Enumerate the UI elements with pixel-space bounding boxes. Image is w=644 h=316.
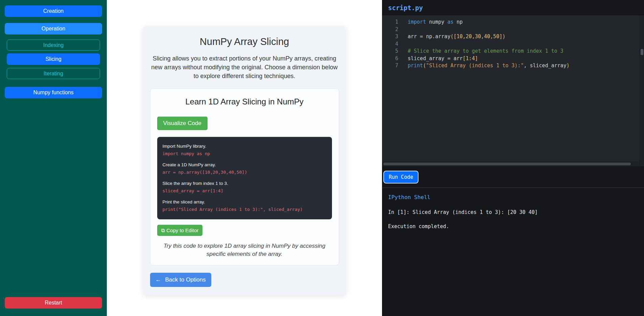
code-token: import xyxy=(408,19,426,25)
sidebar: CreationOperationIndexingSlicingIteratin… xyxy=(0,0,107,316)
code-token: print xyxy=(408,63,423,69)
code-token: [1:4] xyxy=(463,55,478,62)
copy-to-editor-button[interactable]: ⧉Copy to Editor xyxy=(157,225,203,236)
line-number: 1 xyxy=(382,19,398,26)
run-code-row: Run Code xyxy=(382,166,644,188)
line-number: 5 xyxy=(382,48,398,55)
shell-title: IPython Shell xyxy=(388,194,638,200)
shell-line: Execution completed. xyxy=(388,223,638,229)
code-token: arr = np.array xyxy=(408,33,450,40)
hint-note: Try this code to explore 1D array slicin… xyxy=(157,242,332,258)
code-step: Create a 1D NumPy array.arr = np.array([… xyxy=(163,162,327,175)
restart-button[interactable]: Restart xyxy=(5,297,102,309)
page-description: Slicing allows you to extract portions o… xyxy=(150,54,339,80)
page-title: NumPy Array Slicing xyxy=(150,36,339,47)
code-line: print("Sliced Array (indices 1 to 3):", … xyxy=(408,62,644,70)
shell-output: In [1]: Sliced Array (indices 1 to 3): [… xyxy=(388,209,638,229)
sidebar-item-iterating[interactable]: Iterating xyxy=(7,68,100,79)
code-line: import numpy as np xyxy=(408,19,644,26)
line-number: 7 xyxy=(382,62,398,70)
code-token: ( xyxy=(423,63,426,69)
code-steps-block: Import NumPy library.import numpy as npC… xyxy=(157,137,332,219)
editor-filename: script.py xyxy=(382,0,644,15)
code-step-code: print("Sliced Array (indices 1 to 3):", … xyxy=(163,207,327,212)
code-editor[interactable]: 1234567 import numpy as np arr = np.arra… xyxy=(382,15,644,166)
sidebar-item-slicing[interactable]: Slicing xyxy=(7,53,100,65)
sidebar-item-operation[interactable]: Operation xyxy=(5,23,102,34)
code-line: arr = np.array([10,20,30,40,50]) xyxy=(408,33,644,41)
code-token: "Sliced Array (indices 1 to 3):" xyxy=(426,63,524,69)
code-token: ([10,20,30,40,50]) xyxy=(450,33,505,40)
code-step: Slice the array from index 1 to 3.sliced… xyxy=(163,181,327,193)
code-step-comment: Slice the array from index 1 to 3. xyxy=(163,181,327,186)
code-step: Print the sliced array.print("Sliced Arr… xyxy=(163,199,327,212)
visualize-code-button[interactable]: Visualize Code xyxy=(157,117,208,130)
editor-horizontal-scrollbar[interactable] xyxy=(382,162,640,166)
code-step-code: arr = np.array([10,20,30,40,50]) xyxy=(163,170,327,175)
sidebar-item-numpy-functions[interactable]: Numpy functions xyxy=(5,87,102,98)
lesson-panel-title: Learn 1D Array Slicing in NumPy xyxy=(157,97,332,106)
code-token: ) xyxy=(567,63,570,69)
back-arrow-icon: ← xyxy=(156,276,161,283)
editor-horizontal-scrollbar-thumb[interactable] xyxy=(383,163,631,165)
editor-vertical-scrollbar[interactable] xyxy=(640,15,644,166)
lesson-panel: Learn 1D Array Slicing in NumPy Visualiz… xyxy=(150,89,339,265)
sidebar-item-creation[interactable]: Creation xyxy=(5,5,102,17)
sidebar-nav: CreationOperationIndexingSlicingIteratin… xyxy=(5,5,102,98)
code-step-comment: Create a 1D NumPy array. xyxy=(163,162,327,167)
code-token: # Slice the array to get elements from i… xyxy=(408,48,564,54)
editor-panel: script.py 1234567 import numpy as np arr… xyxy=(382,0,644,316)
copy-icon: ⧉ xyxy=(161,228,165,233)
code-line xyxy=(408,41,644,48)
copy-to-editor-label: Copy to Editor xyxy=(166,227,198,233)
line-number: 2 xyxy=(382,26,398,33)
code-step-code: sliced_array = arr[1:4] xyxy=(163,188,327,193)
back-to-options-label: Back to Options xyxy=(165,276,206,283)
line-number: 6 xyxy=(382,55,398,63)
code-step-comment: Import NumPy library. xyxy=(163,144,327,149)
editor-gutter: 1234567 xyxy=(382,15,403,166)
run-code-button[interactable]: Run Code xyxy=(383,171,419,184)
editor-vertical-scrollbar-thumb[interactable] xyxy=(641,49,643,55)
code-token: sliced_array = arr xyxy=(408,55,463,62)
code-token: numpy xyxy=(426,19,447,25)
editor-code[interactable]: import numpy as np arr = np.array([10,20… xyxy=(403,15,644,166)
line-number: 3 xyxy=(382,33,398,41)
code-step: Import NumPy library.import numpy as np xyxy=(163,144,327,156)
back-to-options-button[interactable]: ←Back to Options xyxy=(150,273,211,287)
code-step-code: import numpy as np xyxy=(163,151,327,156)
shell-line: In [1]: Sliced Array (indices 1 to 3): [… xyxy=(388,209,638,215)
code-token: , sliced_array xyxy=(524,63,566,69)
ipython-shell: IPython Shell In [1]: Sliced Array (indi… xyxy=(382,188,644,316)
code-line: # Slice the array to get elements from i… xyxy=(408,48,644,55)
code-token: np xyxy=(453,19,462,25)
code-step-comment: Print the sliced array. xyxy=(163,199,327,204)
sidebar-item-indexing[interactable]: Indexing xyxy=(7,40,100,51)
code-token: as xyxy=(447,19,453,25)
slicing-card: NumPy Array Slicing Slicing allows you t… xyxy=(143,26,346,295)
main-content: NumPy Array Slicing Slicing allows you t… xyxy=(107,0,382,316)
code-line: sliced_array = arr[1:4] xyxy=(408,55,644,63)
line-number: 4 xyxy=(382,41,398,48)
code-line xyxy=(408,26,644,33)
